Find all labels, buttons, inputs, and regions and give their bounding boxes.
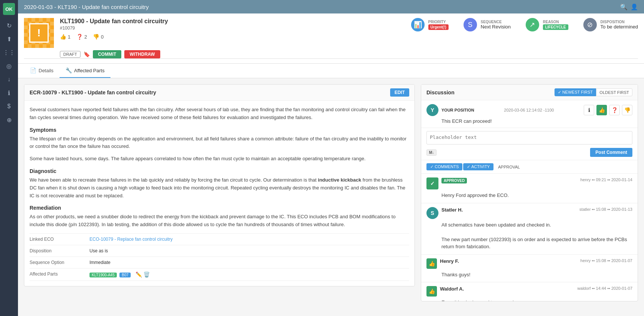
details-tab-icon: 📄	[30, 67, 36, 73]
priority-meta: 📊 PRIORITY Urgent(!)	[411, 18, 449, 31]
sidebar-logo[interactable]: OK	[3, 3, 15, 15]
your-avatar: Y	[426, 104, 438, 116]
priority-icon: 📊	[411, 18, 425, 31]
left-panel: ECR-10079 - KLT1900 - Update fan control…	[24, 84, 415, 286]
linked-eco-value[interactable]: ECO-10079 - Replace fan control circuitr…	[89, 237, 173, 242]
comment-toolbar: M↓ Post Comment	[426, 148, 632, 157]
disposition-info-label: Disposition	[30, 248, 89, 253]
disposition-info-value: Use as is	[89, 248, 108, 253]
sidebar-item-add[interactable]: ⊕	[3, 114, 15, 126]
sidebar-item-refresh[interactable]: ↻	[3, 19, 15, 31]
comment-waldorf1-meta: Waldorf A.	[440, 286, 574, 292]
comment-input[interactable]	[426, 131, 632, 145]
your-position-block: Y YOUR POSITION 2020-03-06 12:14:02 -110…	[421, 100, 638, 128]
comment-henry-header: 👍 Henry F. henry •• 15:08 •• 2020-01-07	[426, 258, 632, 269]
tab-affected-parts[interactable]: 🔧 Affected Parts	[60, 64, 110, 78]
henry-thumbup-icon: 👍	[426, 258, 437, 269]
symptoms-text-2: Some have lasted hours, some days. The f…	[30, 155, 409, 163]
filter-comments-check: ✓	[430, 164, 435, 169]
sort-oldest-button[interactable]: OLDEST FIRST	[596, 88, 632, 96]
status-badge: DRAFT	[60, 51, 80, 58]
approved-avatar: ✓	[426, 177, 438, 189]
filter-activity-tab[interactable]: ✓ ACTIVITY	[463, 163, 493, 170]
sequence-value: Next Revision	[481, 24, 511, 30]
tab-details-label: Details	[39, 68, 54, 73]
commit-button[interactable]: COMMIT	[93, 50, 122, 58]
filter-activity-check: ✓	[467, 164, 471, 169]
reason-meta: ↗ REASON LIFECYCLE	[526, 18, 568, 31]
up-vote-btn[interactable]: 👍	[596, 105, 607, 115]
disposition-label: DISPOSITION	[601, 20, 638, 24]
user-icon[interactable]: 👤	[631, 3, 638, 10]
comment-input-area: M↓ Post Comment	[421, 128, 638, 160]
left-panel-header: ECR-10079 - KLT1900 - Update fan control…	[24, 85, 414, 101]
sidebar-item-grid[interactable]: ⋮⋮	[3, 46, 15, 58]
sidebar-item-download[interactable]: ↓	[3, 73, 15, 85]
statler-author: Statler H.	[441, 207, 463, 213]
header-card: ! KLT1900 - Update fan control circuitry…	[18, 13, 644, 64]
info-vote-btn[interactable]: ℹ	[584, 105, 594, 115]
sequence-label: SEQUENCE	[481, 20, 511, 24]
waldorf1-thumbup-icon: 👍	[426, 286, 437, 297]
two-column-layout: ECR-10079 - KLT1900 - Update fan control…	[18, 78, 644, 307]
ecr-info: KLT1900 - Update fan control circuitry #…	[60, 18, 405, 40]
status-bar: DRAFT 🔖 COMMIT WITHDRAW	[24, 48, 638, 59]
diagnostic-text: We have been able to recreate these fail…	[30, 176, 409, 200]
post-comment-button[interactable]: Post Comment	[590, 148, 632, 157]
disposition-value: To be determined	[601, 24, 638, 30]
vote-down[interactable]: 👎 0	[93, 34, 103, 40]
sidebar-item-billing[interactable]: $	[3, 100, 15, 112]
linked-eco-row: Linked ECO ECO-10079 - Replace fan contr…	[30, 234, 409, 245]
comments-list: ✓ APPROVED henry •• 09:21 •• 2020-01-14 …	[421, 174, 638, 301]
thumbs-up-icon: 👍	[60, 34, 66, 40]
priority-label: PRIORITY	[428, 20, 449, 24]
content-area: ! KLT1900 - Update fan control circuitry…	[18, 13, 644, 316]
filter-comments-tab[interactable]: ✓ COMMENTS	[426, 163, 462, 170]
approved-text: Henry Ford approved the ECO.	[441, 192, 632, 199]
comment-statler-header: S Statler H. statler •• 15:08 •• 2020-01…	[426, 207, 632, 219]
vote-question[interactable]: ❓ 2	[76, 34, 87, 40]
disposition-row: Disposition Use as is	[30, 245, 409, 257]
waldorf1-time: waldorf •• 14:44 •• 2020-01-07	[577, 286, 632, 291]
symptoms-text: The lifespan of the fan circuitry depend…	[30, 135, 409, 151]
left-panel-body: Several customers have reported field fa…	[24, 101, 414, 286]
waldorf1-author: Waldorf A.	[440, 286, 464, 292]
filter-approval-tab[interactable]: APPROVAL	[494, 164, 524, 170]
sidebar: OK ↻ ⬆ ⋮⋮ ◎ ↓ ℹ $ ⊕	[0, 0, 18, 316]
affected-parts-value: KLT1900-A45 B07 ✏️ 🗑️	[89, 271, 150, 277]
discussion-title: Discussion	[426, 89, 455, 95]
sidebar-item-upload[interactable]: ⬆	[3, 33, 15, 45]
search-icon[interactable]: 🔍	[620, 3, 628, 10]
sidebar-item-info[interactable]: ℹ	[3, 87, 15, 99]
delete-parts-icon[interactable]: 🗑️	[143, 271, 150, 277]
affected-parts-tab-icon: 🔧	[66, 67, 72, 73]
tab-affected-parts-label: Affected Parts	[74, 68, 104, 73]
sort-newest-button[interactable]: ✓ NEWEST FIRST	[555, 88, 596, 96]
question-vote-btn[interactable]: ❓	[609, 105, 620, 115]
comment-henry-meta: Henry F.	[440, 258, 577, 264]
priority-value: Urgent(!)	[428, 24, 449, 30]
diagnostic-heading: Diagnostic	[30, 168, 409, 174]
affected-parts-tag1[interactable]: KLT1900-A45	[89, 273, 117, 277]
vote-up[interactable]: 👍 1	[60, 34, 70, 40]
ecr-icon-wrapper: !	[24, 18, 54, 48]
henry-text: Thanks guys!	[441, 271, 632, 279]
withdraw-button[interactable]: WITHDRAW	[124, 50, 160, 58]
affected-parts-label: Affected Parts	[30, 271, 89, 277]
left-panel-title: ECR-10079 - KLT1900 - Update fan control…	[30, 89, 156, 95]
comment-henry: 👍 Henry F. henry •• 15:08 •• 2020-01-07 …	[421, 255, 638, 283]
description-text: Several customers have reported field fa…	[30, 106, 409, 122]
question-icon: ❓	[76, 34, 83, 40]
edit-parts-icon[interactable]: ✏️	[136, 271, 142, 277]
down-vote-btn[interactable]: 👎	[622, 105, 632, 115]
henry-author: Henry F.	[440, 258, 459, 264]
tab-details[interactable]: 📄 Details	[24, 64, 60, 78]
affected-parts-tag2[interactable]: B07	[119, 273, 131, 277]
sidebar-item-circle[interactable]: ◎	[3, 60, 15, 72]
symptoms-heading: Symptoms	[30, 127, 409, 133]
edit-button[interactable]: EDIT	[390, 88, 409, 97]
reason-value: LIFECYCLE	[543, 24, 568, 30]
statler-text: All schematics have been updated and che…	[441, 221, 632, 250]
comment-waldorf-1: 👍 Waldorf A. waldorf •• 14:44 •• 2020-01…	[421, 282, 638, 301]
approved-badge: APPROVED	[441, 178, 467, 183]
